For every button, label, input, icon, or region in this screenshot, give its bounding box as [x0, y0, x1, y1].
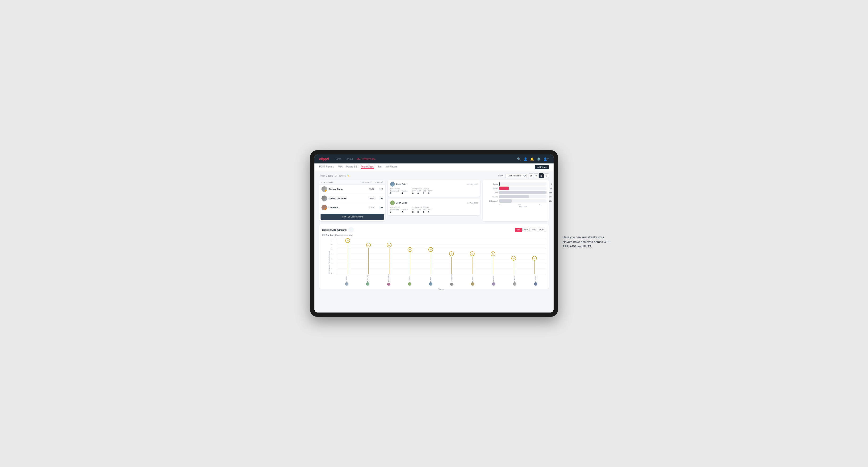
streak-chart-area: 7 6 5 4 3 2 1 0: [336, 239, 546, 286]
player-card-josh: Josh Coles 26 Aug 2023 Total Rounds Tour: [388, 198, 480, 215]
view-leaderboard-button[interactable]: View Full Leaderboard: [320, 214, 384, 220]
settings-icon[interactable]: ⚙️: [537, 157, 540, 161]
grid-view-button[interactable]: ⊞: [529, 173, 533, 178]
list-view-button[interactable]: ≡: [534, 173, 538, 178]
bar-value-pars: 499: [549, 192, 552, 193]
card-date-rees: 02 Sep 2023: [467, 183, 478, 185]
nav-icons: 🔍 👤 🔔 ⚙️ 👤▾: [517, 157, 549, 161]
streak-dot-butler: 3x: [512, 256, 516, 261]
player-card-rees: Rees Britt 02 Sep 2023 Total Rounds Tour: [388, 180, 480, 197]
player-name-1: Richard Butler: [329, 188, 343, 190]
streak-dot-mcharg: 6x: [366, 243, 371, 247]
streak-arrow-indicator: ←: [348, 227, 354, 232]
bar-label-eagles: Eagles: [485, 183, 498, 185]
bell-icon[interactable]: 🔔: [530, 157, 534, 161]
nav-home[interactable]: Home: [335, 158, 341, 160]
date-range-select[interactable]: Last 3 months: [505, 174, 527, 178]
leaderboard-card: PLAYER NAME PB SCORE PB AVG SQ 1: [319, 180, 385, 221]
edit-team-icon[interactable]: ✏️: [347, 175, 349, 177]
card-avatar-josh: [390, 200, 395, 205]
streak-dot-billingham: 6x: [387, 243, 392, 247]
profile-icon[interactable]: 👤▾: [544, 157, 549, 161]
sub-nav: PGAT Players PGA Hcaps 1-5 Team Clippd T…: [314, 163, 554, 171]
putt-josh: PUTT 1: [428, 209, 432, 214]
streak-line-billingham: [389, 248, 390, 274]
bar-value-eagles: 3: [551, 183, 552, 185]
bar-track-birdies: 96: [499, 187, 547, 190]
streak-filter-putt[interactable]: PUTT: [538, 228, 546, 232]
arg-josh: ARG 0: [423, 209, 426, 214]
sub-nav-links: PGAT Players PGA Hcaps 1-5 Team Clippd T…: [319, 165, 535, 169]
pb-score-3: 17/20: [368, 206, 376, 209]
scoring-chart-card: Eagles 3 Birdies: [483, 180, 549, 221]
streaks-title: Best Round Streaks ←: [322, 227, 354, 232]
pb-avg-2: 107: [376, 197, 383, 199]
y-axis-label: Best Streak, Fairway Accuracy: [328, 251, 330, 274]
streaks-header: Best Round Streaks ← OTT APP ARG PUTT: [322, 227, 546, 232]
bar-track-bogeys: 311: [499, 195, 547, 198]
sub-nav-tour[interactable]: Tour: [378, 165, 382, 169]
player-avatar-miller: [492, 282, 496, 286]
player-info-1: 1 Richard Butler: [321, 186, 368, 192]
avatar-1: 1: [321, 186, 327, 192]
player-name-label-ford: D. Ford: [472, 277, 473, 282]
team-title: Team Clippd 14 Players ✏️: [319, 175, 349, 177]
bar-eagles: Eagles 3: [485, 182, 547, 186]
card-avatar-rees: [390, 182, 395, 187]
player-avatar-ebert: [345, 282, 349, 286]
player-name-label-billingham: D. Billingham: [388, 274, 390, 282]
sub-nav-all-players[interactable]: All Players: [386, 165, 397, 169]
col-player-name: PLAYER NAME: [321, 181, 362, 183]
player-name-label-britt: R. Britt: [430, 277, 431, 282]
streak-player-quick: 3x: [524, 239, 545, 274]
nav-my-performance[interactable]: My Performance: [356, 158, 376, 160]
player-name-label-coles: J. Coles: [409, 276, 410, 282]
content-grid: PLAYER NAME PB SCORE PB AVG SQ 1: [319, 180, 549, 221]
bar-value-birdies: 96: [550, 187, 552, 189]
streak-line-quick: [534, 261, 535, 274]
x-axis-label: Players: [336, 288, 546, 290]
streak-filter-ott[interactable]: OTT: [515, 228, 522, 232]
card-view-button[interactable]: ▦: [539, 173, 544, 178]
arg-rees: ARG 0: [423, 190, 426, 195]
streak-player-mcharg: 6x: [358, 239, 379, 274]
sub-nav-pga[interactable]: PGA: [338, 165, 342, 169]
logo: clippd: [319, 157, 329, 161]
team-name: Team Clippd: [319, 175, 333, 177]
streak-player-coles: 5x: [400, 239, 420, 274]
user-icon[interactable]: 👤: [524, 157, 527, 161]
player-info-2: 2 Edward Crossman: [321, 195, 368, 201]
nav-teams[interactable]: Teams: [345, 158, 353, 160]
sub-nav-team-clippd[interactable]: Team Clippd: [361, 165, 374, 169]
top-nav: clippd Home Teams My Performance 🔍 👤 🔔 ⚙…: [314, 154, 554, 163]
practice-activities-rees: Total Practice Activities OTT 0 APP: [412, 188, 432, 195]
app-rees: APP 0: [417, 190, 421, 195]
streak-dot-crossman: 4x: [449, 251, 454, 256]
team-player-count: 14 Players: [335, 175, 346, 177]
view-icons: ⊞ ≡ ▦ ⊟: [529, 173, 549, 178]
sub-nav-hcaps[interactable]: Hcaps 1-5: [346, 165, 357, 169]
streak-player-butler: 3x: [503, 239, 524, 274]
y-axis-container: Best Streak, Fairway Accuracy: [322, 239, 336, 286]
putt-rees: PUTT 0: [428, 190, 432, 195]
bar-track-pars: 499: [499, 191, 547, 194]
search-icon[interactable]: 🔍: [517, 157, 521, 161]
sub-nav-pgat[interactable]: PGAT Players: [319, 165, 334, 169]
card-stats-josh: Total Rounds Tournament 7 Practice: [390, 207, 478, 214]
settings-view-button[interactable]: ⊟: [544, 173, 549, 178]
ott-rees: OTT 0: [412, 190, 415, 195]
streak-chart: Best Streak, Fairway Accuracy: [322, 239, 546, 286]
card-name-josh: Josh Coles: [390, 200, 408, 205]
streak-filter-arg[interactable]: ARG: [530, 228, 537, 232]
streak-dot-coles: 5x: [408, 247, 412, 252]
avatar-2: 2: [321, 195, 327, 201]
bar-track-eagles: 3: [499, 182, 547, 186]
streak-filter-app[interactable]: APP: [522, 228, 530, 232]
player-avatar-crossman: [450, 283, 454, 286]
player-name-label-mcharg: B. McHarg: [367, 275, 368, 282]
nav-links: Home Teams My Performance: [335, 158, 517, 160]
streak-players-row: 7x 6x: [336, 239, 546, 274]
add-team-button[interactable]: Add Team: [535, 165, 549, 169]
main-content: Team Clippd 14 Players ✏️ Show Last 3 mo…: [314, 171, 554, 312]
tournament-rounds-josh: Tournament 7: [390, 209, 399, 214]
